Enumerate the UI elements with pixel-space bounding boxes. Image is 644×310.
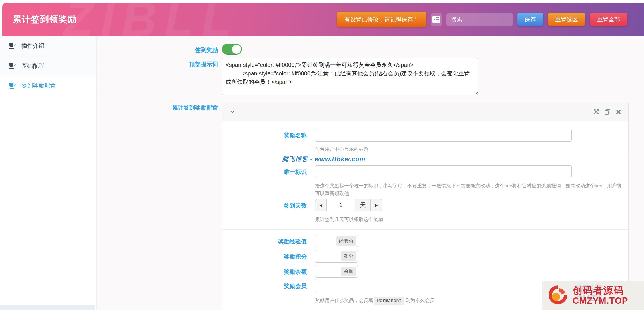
coffee-cup-icon [9, 43, 16, 49]
reward-member-help-suffix: 则为永久会员 [405, 298, 434, 303]
permanent-code-chip: Permanent [374, 297, 404, 305]
signin-days-help: 累计签到几天可以领取这个奖励 [315, 216, 383, 223]
reward-balance-suffix: 余额 [341, 267, 356, 276]
stepper-increase-button[interactable]: ▶ [371, 199, 382, 211]
logo-title: 创码者源码 [573, 285, 628, 296]
sidebar-item-basic-config[interactable]: 基础配置 [0, 56, 96, 76]
reward-member-help-prefix: 奖励用户什么奖品，会员填 [315, 298, 373, 303]
reward-balance-label: 奖励余额 [222, 268, 307, 276]
panel-header[interactable] [222, 103, 628, 121]
reward-member-help: 奖励用户什么奖品，会员填Permanent则为永久会员 [315, 297, 434, 305]
search-input[interactable] [446, 13, 513, 26]
bottom-left-strip [0, 305, 95, 310]
copy-icon[interactable] [604, 108, 611, 115]
coffee-cup-icon [9, 82, 16, 89]
page-title: 累计签到领奖励 [13, 13, 77, 25]
reward-exp-field: 经验值 [315, 235, 358, 247]
sidebar-item-signin-reward-config[interactable]: 签到奖励配置 [0, 76, 96, 96]
expand-icon[interactable] [593, 108, 600, 115]
reward-name-input[interactable] [315, 129, 572, 142]
reward-exp-label: 奖励经验值 [222, 238, 307, 245]
reward-member-label: 奖励会员 [222, 282, 307, 290]
save-button[interactable]: 保存 [517, 13, 543, 26]
sidebar: 插件介绍 基础配置 签到奖励配置 [0, 36, 97, 310]
reward-points-field: 积分 [315, 250, 358, 263]
cmzym-logo-icon [546, 283, 570, 308]
sidebar-item-label: 基础配置 [21, 62, 44, 70]
logo-texts: 创码者源码 CMZYM.TOP [573, 285, 628, 305]
blog-watermark: 腾飞博客 - www.tfbkw.com [282, 155, 365, 164]
reward-config-panel: 奖励名称 前台用户中心显示的标题 唯一标识 给这个奖励起一个唯一的标识，小写字母… [222, 103, 629, 310]
page-header: ZIBLL 累计签到领奖励 有设置已修改，请记得保存！ 保存 重置选区 重置全部 [2, 3, 644, 36]
reward-points-suffix: 积分 [341, 251, 356, 261]
reward-name-label: 奖励名称 [222, 132, 307, 139]
unique-key-help: 给这个奖励起一个唯一的标识，小写字母，不要重复，一般情况下不需要随意改动，这个k… [315, 182, 622, 197]
top-tip-label: 顶部提示词 [123, 61, 218, 68]
stepper-decrease-button[interactable]: ◀ [315, 199, 327, 211]
section-label: 累计签到奖励配置 [123, 104, 218, 112]
signin-reward-label: 签到奖励 [123, 46, 218, 54]
chevron-down-icon[interactable] [230, 109, 235, 114]
unique-key-label: 唯一标识 [222, 168, 307, 176]
close-icon[interactable] [615, 108, 622, 115]
reset-selection-button[interactable]: 重置选区 [548, 13, 585, 26]
signin-days-unit: 天 [355, 199, 371, 211]
brand-watermark: ZIBLL [64, 3, 239, 36]
site-logo-watermark: 创码者CMZY 创码者源码 CMZYM.TOP [542, 281, 644, 310]
unsaved-notice-button[interactable]: 有设置已修改，请记得保存！ [337, 12, 426, 27]
reward-exp-suffix: 经验值 [336, 236, 356, 246]
reward-name-help: 前台用户中心显示的标题 [315, 145, 368, 153]
sidebar-item-label: 插件介绍 [21, 42, 44, 50]
outdent-lines-icon [432, 16, 440, 23]
signin-days-stepper: ◀ 1 天 ▶ [315, 199, 382, 211]
reward-balance-field: 余额 [315, 265, 358, 278]
collapse-menu-button[interactable] [431, 13, 442, 26]
signin-days-label: 签到天数 [222, 202, 307, 210]
row-divider [222, 229, 628, 230]
unique-key-input[interactable] [315, 165, 572, 178]
logo-domain: CMZYM.TOP [573, 296, 628, 306]
panel-tools [593, 108, 622, 115]
sidebar-item-label: 签到奖励配置 [21, 82, 56, 90]
header-controls: 有设置已修改，请记得保存！ 保存 重置选区 重置全部 [337, 12, 627, 27]
reward-member-input[interactable] [315, 279, 382, 292]
toggle-knob [232, 45, 241, 54]
reward-points-label: 奖励积分 [222, 253, 307, 261]
signin-days-value[interactable]: 1 [327, 199, 355, 211]
plugin-settings-page: { "header": { "title": "累计签到领奖励", "brand… [0, 0, 644, 310]
reset-all-button[interactable]: 重置全部 [590, 13, 627, 26]
signin-reward-toggle[interactable] [222, 44, 242, 55]
top-tip-textarea[interactable]: <span style="color: #ff0000;">累计签到满一年可获得… [222, 58, 478, 95]
sidebar-item-plugin-intro[interactable]: 插件介绍 [0, 36, 96, 56]
coffee-cup-icon [9, 63, 16, 69]
